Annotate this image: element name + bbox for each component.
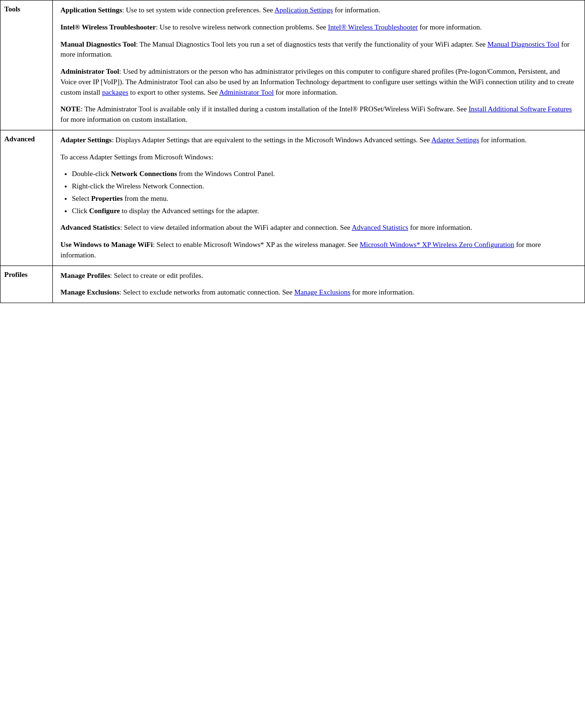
advanced-statistics-link[interactable]: Advanced Statistics xyxy=(352,224,408,231)
advanced-step-2: Right-click the Wireless Network Connect… xyxy=(72,181,577,192)
tools-packages-link[interactable]: packages xyxy=(102,89,129,96)
page: Tools Application Settings: Use to set s… xyxy=(0,0,585,728)
advanced-adapter-title: Adapter Settings xyxy=(60,136,112,144)
tools-manual-title: Manual Diagnostics Tool xyxy=(60,40,136,48)
tools-row: Tools Application Settings: Use to set s… xyxy=(0,0,585,130)
advanced-windows-link[interactable]: Microsoft Windows* XP Wireless Zero Conf… xyxy=(360,241,515,248)
profiles-exclusions-title: Manage Exclusions xyxy=(60,288,119,296)
advanced-windows-para: Use Windows to Manage WiFi: Select to en… xyxy=(60,240,577,261)
tools-wireless-link[interactable]: Intel® Wireless Troubleshooter xyxy=(328,23,418,31)
advanced-step-1-bold: Network Connections xyxy=(111,170,177,177)
tools-app-settings-title: Application Settings xyxy=(60,6,122,14)
profiles-manage-title: Manage Profiles xyxy=(60,272,110,279)
advanced-windows-title: Use Windows to Manage WiFi xyxy=(60,241,153,248)
advanced-content: Adapter Settings: Displays Adapter Setti… xyxy=(53,130,585,266)
tools-admin-title: Administrator Tool xyxy=(60,68,119,75)
advanced-step-3: Select Properties from the menu. xyxy=(72,194,577,204)
tools-note-para: NOTE: The Administrator Tool is availabl… xyxy=(60,104,577,125)
tools-install-link[interactable]: Install Additional Software Features xyxy=(468,105,572,113)
profiles-exclusions-link[interactable]: Manage Exclusions xyxy=(294,288,350,296)
advanced-step-3-bold: Properties xyxy=(91,195,122,202)
advanced-step-4: Click Configure to display the Advanced … xyxy=(72,206,577,216)
tools-admin-link[interactable]: Administrator Tool xyxy=(219,89,274,96)
tools-manual-para: Manual Diagnostics Tool: The Manual Diag… xyxy=(60,39,577,60)
tools-manual-link[interactable]: Manual Diagnostics Tool xyxy=(487,40,559,48)
tools-admin-para: Administrator Tool: Used by administrato… xyxy=(60,67,577,98)
advanced-statistics-title: Advanced Statistics xyxy=(60,224,120,231)
advanced-adapter-link[interactable]: Adapter Settings xyxy=(431,136,479,144)
tools-note-label: NOTE xyxy=(60,105,81,113)
tools-wireless-para: Intel® Wireless Troubleshooter: Use to r… xyxy=(60,22,577,33)
advanced-steps-list: Double-click Network Connections from th… xyxy=(72,169,577,216)
tools-wireless-title: Intel® Wireless Troubleshooter xyxy=(60,23,156,31)
tools-content: Application Settings: Use to set system … xyxy=(53,0,585,130)
profiles-row: Profiles Manage Profiles: Select to crea… xyxy=(0,266,585,303)
main-table: Tools Application Settings: Use to set s… xyxy=(0,0,585,303)
profiles-label: Profiles xyxy=(0,266,53,303)
profiles-manage-para: Manage Profiles: Select to create or edi… xyxy=(60,271,577,281)
tools-label: Tools xyxy=(0,0,53,130)
advanced-adapter-para: Adapter Settings: Displays Adapter Setti… xyxy=(60,135,577,146)
advanced-step-4-bold: Configure xyxy=(89,207,120,215)
profiles-content: Manage Profiles: Select to create or edi… xyxy=(53,266,585,303)
advanced-statistics-para: Advanced Statistics: Select to view deta… xyxy=(60,223,577,233)
tools-app-settings-link[interactable]: Application Settings xyxy=(275,6,333,14)
advanced-from-windows-para: To access Adapter Settings from Microsof… xyxy=(60,152,577,163)
advanced-step-1: Double-click Network Connections from th… xyxy=(72,169,577,179)
tools-app-settings-para: Application Settings: Use to set system … xyxy=(60,5,577,16)
advanced-label: Advanced xyxy=(0,130,53,266)
profiles-exclusions-para: Manage Exclusions: Select to exclude net… xyxy=(60,287,577,298)
advanced-row: Advanced Adapter Settings: Displays Adap… xyxy=(0,130,585,266)
